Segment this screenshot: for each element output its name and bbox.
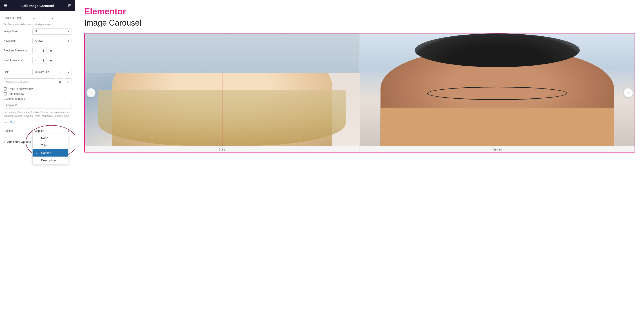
main-content: Elementor Image Carousel ‹ Lucy <box>75 0 644 314</box>
caption-dropdown: None Title ✓ Caption Description <box>32 134 68 164</box>
caption-row: Caption None Title Caption Description ▼… <box>4 128 72 134</box>
custom-attr-input[interactable] <box>4 102 72 108</box>
attr-hint: Set custom attributes for the link eleme… <box>4 110 72 118</box>
dropdown-item-none[interactable]: None <box>32 134 68 142</box>
james-glasses <box>427 87 567 100</box>
page-title: Image Carousel <box>84 18 635 28</box>
prev-arrow-icons: ‹ ⬆ ★ <box>32 47 54 54</box>
link-row: Link Custom URL Media File Attachment Pa… <box>4 69 72 75</box>
add-nofollow-checkbox[interactable] <box>4 92 7 95</box>
navigation-select-wrapper: Arrows Dots Both None ▼ <box>32 38 72 44</box>
open-new-window-checkbox[interactable] <box>4 87 7 90</box>
additional-options-arrow: ▶ <box>4 141 6 143</box>
james-photo <box>360 33 635 146</box>
next-arrow-chevron[interactable]: › <box>32 57 39 64</box>
next-arrow-upload[interactable]: ⬆ <box>40 57 47 64</box>
next-arrow-label: Next Arrow Icon <box>4 59 30 62</box>
collapse-icon: ‹ <box>74 155 76 159</box>
additional-options-label: Additional Options <box>7 140 31 144</box>
sidebar-title: Edit Image Carousel <box>21 4 54 8</box>
custom-attr-label: Custom Attributes <box>4 97 72 100</box>
sidebar-header: ☰ Edit Image Carousel ⊞ <box>0 0 75 11</box>
open-new-window-label[interactable]: Open in new window <box>8 87 34 90</box>
navigation-row: Navigation Arrows Dots Both None ▼ <box>4 38 72 44</box>
add-nofollow-label[interactable]: Add nofollow <box>8 92 24 95</box>
monitor-icon: 🖥 <box>32 16 35 20</box>
sidebar-content: Slides to Scroll 🖥 ▼ Set how many slides… <box>0 11 75 314</box>
sidebar: ☰ Edit Image Carousel ⊞ Slides to Scroll… <box>0 0 75 314</box>
image-stretch-row: Image Stretch No Yes ▼ <box>4 28 72 34</box>
lucy-bg-top <box>85 33 360 73</box>
image-stretch-label: Image Stretch <box>4 30 30 33</box>
caption-select[interactable]: None Title Caption Description <box>32 128 72 134</box>
next-arrow-star[interactable]: ★ <box>48 57 54 64</box>
prev-arrow-label: Previous Arrow Icon <box>4 49 30 52</box>
prev-arrow-upload[interactable]: ⬆ <box>40 47 47 54</box>
caption-label: Caption <box>4 129 30 132</box>
open-new-window-row: Open in new window <box>4 87 72 90</box>
url-input[interactable] <box>4 78 55 85</box>
prev-arrow-star[interactable]: ★ <box>48 47 54 54</box>
dropdown-item-description[interactable]: Description <box>32 157 68 164</box>
image-stretch-select[interactable]: No Yes <box>32 28 72 34</box>
lucy-photo <box>85 33 360 146</box>
collapse-handle[interactable]: ‹ <box>72 151 75 163</box>
url-list-btn[interactable]: ☰ <box>65 78 72 85</box>
next-arrow-icons: › ⬆ ★ <box>32 57 54 64</box>
url-row: ⚙ ☰ <box>4 78 72 85</box>
slides-to-scroll-row: Slides to Scroll 🖥 ▼ <box>4 15 72 21</box>
navigation-select[interactable]: Arrows Dots Both None <box>32 38 72 44</box>
learn-more-link[interactable]: learn More <box>4 121 16 124</box>
james-hair <box>415 33 580 67</box>
title-label: Title <box>41 144 46 147</box>
link-select[interactable]: Custom URL Media File Attachment Page No… <box>32 69 72 75</box>
link-label: Link <box>4 70 30 74</box>
divider-1 <box>4 67 72 67</box>
none-label: None <box>41 136 48 140</box>
next-arrow-row: Next Arrow Icon › ⬆ ★ <box>4 57 72 64</box>
caption-item-label: Caption <box>41 151 51 155</box>
prev-arrow-row: Previous Arrow Icon ‹ ⬆ ★ <box>4 47 72 54</box>
slides-to-scroll-input[interactable] <box>37 15 50 21</box>
james-caption: James <box>360 146 635 152</box>
carousel-next-btn[interactable]: › <box>624 88 633 97</box>
red-line-horizontal <box>140 73 305 73</box>
carousel-image-lucy: Lucy <box>85 33 360 152</box>
slides-to-scroll-control: 🖥 ▼ <box>32 15 72 21</box>
slides-scroll-arrow[interactable]: ▼ <box>52 17 54 19</box>
slides-to-scroll-label: Slides to Scroll <box>4 16 30 19</box>
add-nofollow-row: Add nofollow <box>4 92 72 95</box>
navigation-label: Navigation <box>4 39 30 42</box>
carousel-image-james: James <box>360 33 635 152</box>
dropdown-item-caption[interactable]: ✓ Caption <box>32 149 68 157</box>
image-stretch-select-wrapper: No Yes ▼ <box>32 28 72 34</box>
prev-arrow-chevron[interactable]: ‹ <box>32 47 39 54</box>
url-settings-btn[interactable]: ⚙ <box>57 78 63 85</box>
carousel-container: ‹ Lucy <box>84 33 635 153</box>
grid-icon[interactable]: ⊞ <box>68 3 72 8</box>
link-select-wrapper: Custom URL Media File Attachment Page No… <box>32 69 72 75</box>
description-label: Description <box>41 159 56 162</box>
carousel-prev-btn[interactable]: ‹ <box>86 88 96 97</box>
slides-scroll-hint: Set how many slides are scrolled per swi… <box>4 23 72 26</box>
brand-title: Elementor <box>84 7 635 16</box>
dropdown-item-title[interactable]: Title <box>32 142 68 149</box>
hamburger-icon[interactable]: ☰ <box>4 3 7 8</box>
caption-checkmark: ✓ <box>36 151 39 155</box>
lucy-caption: Lucy <box>85 146 360 152</box>
caption-select-wrapper: None Title Caption Description ▼ None Ti… <box>32 128 72 134</box>
james-sweater <box>380 108 614 146</box>
